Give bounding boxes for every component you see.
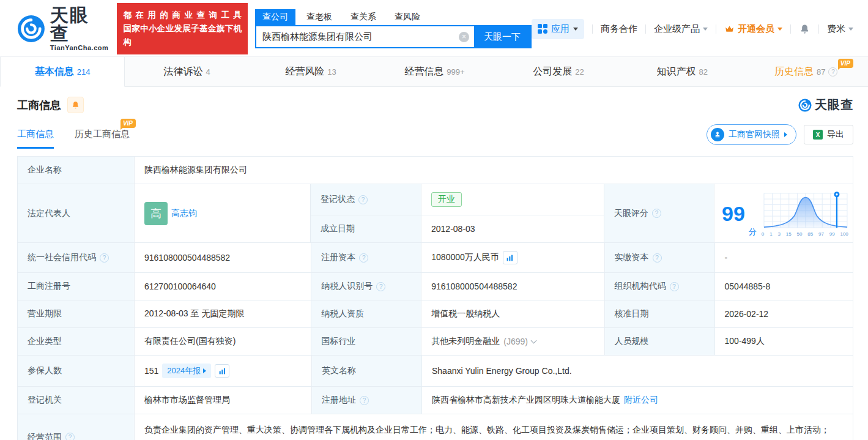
help-icon[interactable] (65, 433, 75, 440)
help-icon[interactable] (359, 253, 368, 263)
score-axis-ticks: 0131550859799100 (760, 231, 850, 237)
notification-bell-icon[interactable] (799, 23, 811, 35)
industry-code: (J699) (503, 337, 528, 346)
tab-legal-proceedings[interactable]: 法律诉讼4 (125, 57, 248, 86)
section-title: 工商信息 (17, 98, 61, 113)
help-icon[interactable] (670, 282, 679, 291)
score-curve-chart (760, 190, 850, 231)
score-distribution-chart: 0131550859799100 (760, 190, 850, 237)
company-name-value: 陕西榆林能源集团有限公司 (134, 157, 853, 184)
field-label: 营业期限 (18, 300, 134, 327)
table-row: 登记机关 榆林市市场监督管理局 注册地址 陕西省榆林市高新技术产业园区明珠大道榆… (18, 386, 853, 414)
arrow-right-icon (784, 132, 787, 137)
apps-menu[interactable]: 应用 (532, 19, 584, 39)
help-icon[interactable] (828, 67, 837, 76)
chevron-down-icon (777, 28, 782, 31)
annual-report-badge[interactable]: 2024年报 (162, 364, 211, 378)
tab-operation-info[interactable]: 经营信息999+ (373, 57, 496, 86)
field-label: 法定代表人 (18, 184, 134, 242)
field-label: 纳税人识别号 (311, 273, 421, 300)
top-nav: 应用 商务合作 企业级产品 开通会员 费米 (532, 19, 853, 39)
field-label: 统一社会信用代码 (18, 243, 134, 272)
authority-value: 榆林市市场监督管理局 (134, 387, 311, 414)
export-button[interactable]: 导出 (804, 125, 853, 144)
divider (716, 24, 716, 34)
brand-domain: TianYanCha.com (50, 44, 109, 51)
establish-date-value: 2012-08-03 (421, 215, 604, 242)
field-label: 注册地址 (311, 387, 421, 414)
divider (818, 24, 819, 34)
table-row: 经营范围 负责企业集团的资产管理、重大决策、协调管理各下属机构及企业日常工作；电… (18, 414, 853, 440)
address-value: 陕西省榆林市高新技术产业园区明珠大道榆能大厦 (432, 395, 620, 406)
help-icon[interactable] (653, 253, 662, 263)
table-row: 企业名称 陕西榆林能源集团有限公司 (18, 157, 853, 184)
subtab-history-business-info[interactable]: VIP 历史工商信息 (75, 129, 130, 149)
nav-enterprise[interactable]: 企业级产品 (654, 23, 708, 35)
section-header: 工商信息 天眼查 (17, 97, 853, 113)
nav-cooperation[interactable]: 商务合作 (601, 23, 637, 35)
reg-capital-value: 1080000万人民币 (431, 252, 499, 263)
brand-name: 天眼查 (50, 6, 109, 43)
field-label: 核准日期 (604, 300, 714, 327)
table-row: 工商注册号 612700100064640 纳税人识别号 91610800050… (18, 272, 853, 300)
divider (592, 24, 593, 34)
official-snapshot-button[interactable]: 工商官网快照 (707, 124, 796, 145)
legal-rep-avatar[interactable]: 高 (144, 202, 168, 225)
tianyancha-logo-icon (798, 99, 812, 112)
reg-no-value: 612700100064640 (134, 273, 311, 300)
field-label: 天眼评分 (604, 184, 714, 242)
table-row: 营业期限 2012-08-03 至 无固定期限 纳税人资质 增值税一般纳税人 核… (18, 300, 853, 327)
apps-label: 应用 (551, 23, 569, 35)
nearby-companies-link[interactable]: 附近公司 (624, 395, 658, 406)
bar-chart-icon (218, 367, 226, 375)
industry-value: 其他未列明金融业 (431, 336, 500, 347)
business-info-table: 企业名称 陕西榆林能源集团有限公司 法定代表人 高 高志钧 登记状态 开业 成立… (17, 156, 853, 440)
tab-operation-risk[interactable]: 经营风险13 (249, 57, 373, 86)
help-icon[interactable] (376, 282, 385, 291)
status-badge: 开业 (431, 192, 462, 207)
bell-icon (71, 100, 80, 110)
help-icon[interactable] (652, 209, 661, 218)
divider (645, 24, 646, 34)
chevron-down-icon[interactable] (531, 337, 537, 343)
nav-user[interactable]: 费米 (827, 23, 853, 35)
search-button[interactable]: 天眼一下 (474, 26, 530, 47)
vip-badge: VIP (121, 119, 136, 128)
promo-line1: 都在用的商业查询工具 (123, 9, 242, 22)
company-tab-bar: 基本信息214 法律诉讼4 经营风险13 经营信息999+ 公司发展22 知识产… (0, 56, 868, 87)
search-tab-company[interactable]: 查公司 (255, 9, 295, 25)
tianyancha-logo-icon (17, 15, 45, 43)
help-icon[interactable] (358, 195, 368, 204)
search-tab-boss[interactable]: 查老板 (299, 9, 339, 25)
table-row: 统一社会信用代码 916108000504488582 注册资本 1080000… (18, 242, 853, 272)
insured-trend-button[interactable] (215, 364, 229, 378)
help-icon[interactable] (360, 396, 369, 405)
search-tab-risk[interactable]: 查风险 (387, 9, 428, 25)
divider (790, 24, 791, 34)
chevron-down-icon (703, 28, 708, 31)
help-icon[interactable] (100, 253, 109, 263)
tianyancha-logo[interactable]: 天眼查 TianYanCha.com (17, 6, 108, 51)
org-code-value: 05044885-8 (714, 273, 853, 300)
business-term-value: 2012-08-03 至 无固定期限 (134, 300, 311, 327)
tab-history-info[interactable]: VIP 历史信息87 (744, 57, 868, 86)
crown-icon (724, 24, 735, 34)
tab-intellectual-property[interactable]: 知识产权82 (620, 57, 744, 86)
search-tab-relation[interactable]: 查关系 (343, 9, 384, 25)
subtab-business-info[interactable]: 工商信息 (17, 129, 54, 149)
field-label: 注册资本 (311, 243, 421, 272)
nav-open-vip[interactable]: 开通会员 (724, 23, 782, 35)
monitor-bell-button[interactable] (67, 97, 84, 113)
score-cell: 99 分 (714, 184, 853, 242)
capital-trend-button[interactable] (503, 251, 517, 264)
legal-rep-link[interactable]: 高志钧 (171, 208, 197, 219)
tab-company-development[interactable]: 公司发展22 (497, 57, 620, 86)
stamp-icon (711, 128, 724, 141)
apps-grid-icon (538, 24, 547, 34)
field-label: 实缴资本 (604, 243, 714, 272)
clear-search-icon[interactable]: × (459, 32, 469, 42)
tab-basic-info[interactable]: 基本信息214 (0, 57, 125, 87)
search-input[interactable] (256, 26, 459, 47)
score-value: 99 (722, 203, 745, 224)
business-scope-value: 负责企业集团的资产管理、重大决策、协调管理各下属机构及企业日常工作；电力、能源、… (144, 422, 843, 440)
